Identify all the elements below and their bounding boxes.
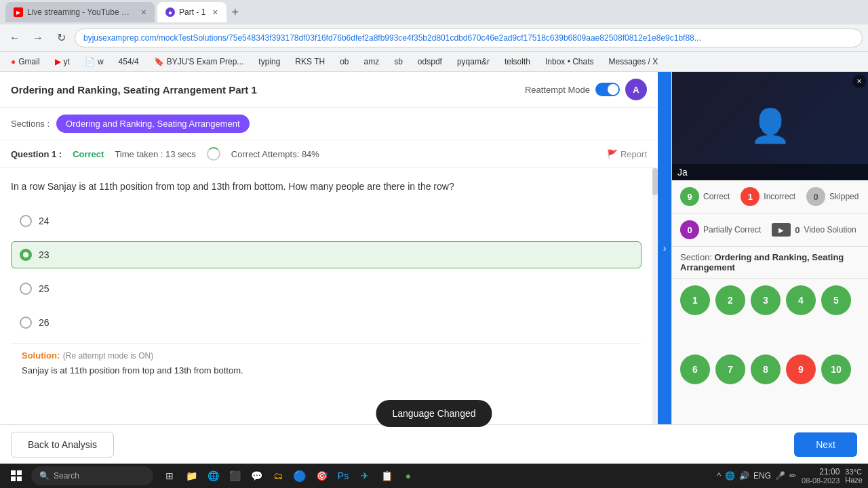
bookmark-sb[interactable]: sb bbox=[389, 56, 408, 68]
back-nav-button[interactable]: ← bbox=[5, 28, 24, 47]
bookmark-w[interactable]: 📄 w bbox=[79, 56, 109, 68]
q-btn-7[interactable]: 7 bbox=[715, 354, 745, 384]
bookmark-messages[interactable]: Messages / X bbox=[604, 56, 664, 68]
page-title: Ordering and Ranking, Seating Arrangemen… bbox=[11, 84, 257, 96]
ps-icon[interactable]: Ps bbox=[334, 466, 353, 485]
temperature: 33°C bbox=[845, 468, 863, 476]
reattempt-mode: Reattempt Mode A bbox=[525, 79, 647, 100]
incorrect-label: Incorrect bbox=[764, 192, 795, 201]
chrome-icon[interactable]: 🔵 bbox=[290, 466, 309, 485]
bottom-bar: Back to Analysis Next bbox=[0, 424, 868, 464]
solution-text: Sanjay is at 11th position from top and … bbox=[22, 365, 631, 375]
bookmark-gmail[interactable]: ● Gmail bbox=[5, 56, 45, 68]
telegram-icon[interactable]: ✈ bbox=[355, 466, 374, 485]
files-icon[interactable]: 📁 bbox=[182, 466, 201, 485]
solution-section: Solution: (Re attempt mode is ON) Sanjay… bbox=[11, 343, 642, 381]
bookmark-pyq[interactable]: pyqam&r bbox=[452, 56, 495, 68]
section-button[interactable]: Ordering and Ranking, Seating Arrangemen… bbox=[56, 115, 250, 133]
task-view-icon[interactable]: ⊞ bbox=[160, 466, 179, 485]
solution-note: (Re attempt mode is ON) bbox=[63, 351, 153, 361]
bookmark-rks[interactable]: RKS TH bbox=[290, 56, 330, 68]
q-btn-2[interactable]: 2 bbox=[715, 285, 745, 315]
correct-dot: 9 bbox=[680, 187, 699, 206]
progress-circle bbox=[207, 147, 220, 161]
back-to-analysis-button[interactable]: Back to Analysis bbox=[11, 432, 114, 458]
next-button[interactable]: Next bbox=[794, 432, 857, 457]
rider-icon[interactable]: 🎯 bbox=[312, 466, 331, 485]
chevron-icon[interactable]: ^ bbox=[717, 471, 721, 481]
terminal-icon[interactable]: ⬛ bbox=[225, 466, 244, 485]
tab-youtube[interactable]: ▶ Live streaming - YouTube Studio × bbox=[5, 2, 155, 22]
start-button[interactable] bbox=[5, 465, 27, 487]
reload-button[interactable]: ↻ bbox=[52, 28, 71, 47]
lang-indicator: ENG bbox=[753, 471, 771, 481]
edge-icon[interactable]: 🌐 bbox=[203, 466, 222, 485]
question-number-label: Question 1 : bbox=[11, 149, 62, 159]
close-webcam-button[interactable]: × bbox=[852, 75, 866, 88]
scroll-track[interactable] bbox=[652, 168, 658, 424]
stats-row-2: 0 Partially Correct ▶ 0 Video Solution bbox=[672, 214, 868, 247]
taskbar-search[interactable]: 🔍 Search bbox=[31, 466, 153, 485]
taskbar-search-text: Search bbox=[54, 471, 79, 481]
option-b[interactable]: 23 bbox=[11, 241, 642, 268]
messaging-icon[interactable]: 💬 bbox=[247, 466, 266, 485]
bookmark-inbox[interactable]: Inbox • Chats bbox=[540, 56, 599, 68]
q-btn-10[interactable]: 10 bbox=[821, 354, 851, 384]
option-c-text: 25 bbox=[39, 283, 50, 294]
explorer-icon[interactable]: 🗂 bbox=[269, 466, 288, 485]
correct-attempts: Correct Attempts: 84% bbox=[231, 149, 319, 159]
stat-partial: 0 Partially Correct bbox=[680, 220, 761, 239]
panel-collapse-button[interactable]: › bbox=[658, 72, 671, 424]
question-text: In a row Sanjay is at 11th position from… bbox=[11, 179, 642, 194]
bookmark-byju[interactable]: 🔖 BYJU'S Exam Prep... bbox=[149, 56, 250, 68]
speaker-icon: 🔊 bbox=[739, 471, 749, 481]
bookmark-typing[interactable]: typing bbox=[253, 56, 285, 68]
bookmark-count[interactable]: 454/4 bbox=[113, 56, 144, 68]
youtube-favicon: ▶ bbox=[14, 7, 23, 17]
time-display[interactable]: 21:00 08-08-2023 bbox=[802, 467, 840, 485]
taskbar-icons: ⊞ 📁 🌐 ⬛ 💬 🗂 🔵 🎯 Ps ✈ 📋 ● bbox=[160, 466, 418, 485]
toast-notification: Language Changed bbox=[376, 400, 492, 427]
q-btn-6[interactable]: 6 bbox=[680, 354, 710, 384]
option-c[interactable]: 25 bbox=[11, 275, 642, 302]
incorrect-dot: 1 bbox=[741, 187, 760, 206]
option-b-text: 23 bbox=[39, 249, 50, 260]
skipped-label: Skipped bbox=[829, 192, 859, 201]
language-button[interactable]: A bbox=[625, 79, 647, 100]
radio-d bbox=[20, 317, 32, 329]
q-btn-1[interactable]: 1 bbox=[680, 285, 710, 315]
time-taken: Time taken : 13 secs bbox=[115, 149, 195, 159]
byju-favicon: ● bbox=[165, 7, 175, 17]
weather-condition: Haze bbox=[845, 476, 863, 484]
bookmark-amz[interactable]: amz bbox=[359, 56, 385, 68]
tab-byju-close[interactable]: × bbox=[212, 7, 218, 18]
bookmark-tel[interactable]: telsolth bbox=[499, 56, 536, 68]
correct-label: Correct bbox=[703, 192, 730, 201]
pen-icon: ✏ bbox=[789, 471, 796, 481]
tab-byju-label: Part - 1 bbox=[179, 7, 205, 17]
unknown-icon[interactable]: ● bbox=[399, 466, 418, 485]
windows-icon bbox=[11, 470, 22, 481]
tab-byju[interactable]: ● Part - 1 × bbox=[157, 2, 226, 22]
address-bar[interactable]: byjusexamprep.com/mockTestSolutions/75e5… bbox=[75, 28, 863, 47]
report-button[interactable]: 🚩 Report bbox=[607, 149, 647, 159]
q-btn-9[interactable]: 9 bbox=[786, 354, 816, 384]
bookmark-odspdf[interactable]: odspdf bbox=[412, 56, 448, 68]
webcam-name-overlay: Ja bbox=[672, 164, 868, 180]
q-btn-4[interactable]: 4 bbox=[786, 285, 816, 315]
tab-bar: ▶ Live streaming - YouTube Studio × ● Pa… bbox=[0, 0, 868, 24]
q-btn-3[interactable]: 3 bbox=[751, 285, 781, 315]
option-a[interactable]: 24 bbox=[11, 207, 642, 235]
q-btn-8[interactable]: 8 bbox=[751, 354, 781, 384]
q-btn-5[interactable]: 5 bbox=[821, 285, 851, 315]
option-d[interactable]: 26 bbox=[11, 309, 642, 336]
new-tab-button[interactable]: + bbox=[232, 5, 239, 20]
reattempt-toggle[interactable] bbox=[595, 83, 620, 96]
tab-youtube-close[interactable]: × bbox=[141, 7, 146, 18]
bookmark-ob[interactable]: ob bbox=[334, 56, 354, 68]
whiteboard-icon[interactable]: 📋 bbox=[377, 466, 396, 485]
page-header: Ordering and Ranking, Seating Arrangemen… bbox=[0, 72, 658, 108]
forward-nav-button[interactable]: → bbox=[28, 28, 47, 47]
scroll-thumb[interactable] bbox=[652, 168, 658, 195]
bookmark-yt[interactable]: ▶ yt bbox=[50, 56, 75, 68]
